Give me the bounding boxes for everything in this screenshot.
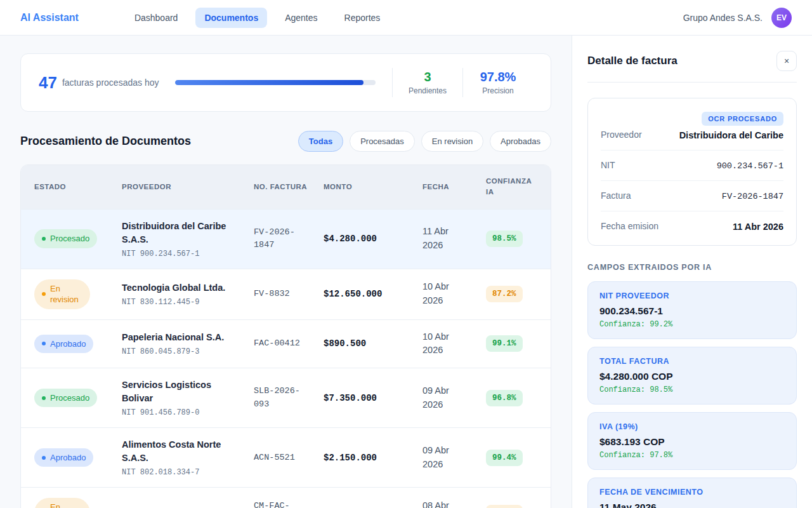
provider-name: Papeleria Nacional S.A. (122, 331, 239, 344)
user-avatar[interactable]: EV (771, 8, 792, 28)
progress-fill (175, 80, 363, 85)
invoice-amount: $12.650.000 (324, 279, 422, 309)
col-estado: ESTADO (34, 171, 122, 203)
summary-row-proveedor: Proveedor OCR PROCESADO Distribuidora de… (601, 102, 783, 150)
field-confidence: Confianza: 99.2% (599, 320, 785, 329)
provider-name: Alimentos Costa Norte S.A.S. (122, 438, 239, 465)
table-row[interactable]: Aprobado Alimentos Costa Norte S.A.S.NIT… (21, 427, 551, 487)
invoice-number: FV-2026-1847 (254, 216, 324, 262)
pending-value: 3 (393, 70, 462, 84)
daily-stats-card: 47 facturas procesadas hoy 3 Pendientes … (20, 53, 551, 112)
main-content: 47 facturas procesadas hoy 3 Pendientes … (0, 36, 572, 508)
summary-value: FV-2026-1847 (722, 192, 783, 201)
extracted-field-nit: NIT PROVEEDOR 900.234.567-1 Confianza: 9… (587, 281, 797, 339)
ocr-status-badge: OCR PROCESADO (702, 112, 783, 126)
pending-label: Pendientes (393, 86, 462, 95)
field-confidence: Confianza: 98.5% (599, 385, 785, 394)
invoice-date: 09 Abr 2026 (422, 434, 486, 482)
invoice-amount: $890.500 (324, 328, 422, 359)
field-label: FECHA DE VENCIMIENTO (599, 488, 785, 497)
invoice-number: FAC-00412 (254, 327, 324, 360)
precision-value: 97.8% (463, 70, 533, 84)
summary-row-factura: Factura FV-2026-1847 (601, 180, 783, 211)
field-label: IVA (19%) (599, 422, 785, 431)
summary-label: Fecha emision (601, 221, 658, 232)
invoice-date: 08 Abr 2026 (422, 489, 486, 508)
status-badge: Procesado (34, 229, 97, 248)
filter-todas[interactable]: Todas (298, 131, 343, 152)
nav-documentos[interactable]: Documentos (195, 8, 267, 28)
confidence-badge: 87.2% (486, 286, 523, 302)
status-badge: Aprobado (34, 335, 93, 354)
company-name: Grupo Andes S.A.S. (683, 13, 763, 23)
table-row[interactable]: En revision Constructora Magna S.A. CM-F… (21, 487, 551, 508)
filter-en-revision[interactable]: En revision (421, 131, 483, 152)
invoice-date: 10 Abr 2026 (422, 270, 486, 318)
extracted-field-vencimiento: FECHA DE VENCIMIENTO 11 May 2026 Confian… (587, 478, 797, 508)
nav-reportes[interactable]: Reportes (336, 8, 390, 28)
confidence-badge: 99.4% (486, 450, 523, 466)
status-dot-icon (42, 237, 46, 241)
field-value: 11 May 2026 (599, 502, 785, 508)
invoice-date: 11 Abr 2026 (422, 215, 486, 263)
invoice-number: FV-8832 (254, 277, 324, 311)
confidence-badge: 99.1% (486, 335, 523, 352)
invoice-date: 09 Abr 2026 (422, 374, 486, 422)
table-row[interactable]: Aprobado Papeleria Nacional S.A.NIT 860.… (21, 319, 551, 368)
confidence-badge: 91.3% (486, 505, 523, 508)
top-bar: AI Assistant Dashboard Documentos Agente… (0, 0, 812, 36)
field-label: TOTAL FACTURA (599, 357, 785, 366)
summary-label: Factura (601, 190, 631, 201)
invoice-amount: $4.280.000 (324, 224, 422, 254)
provider-name: Distribuidora del Caribe S.A.S. (122, 220, 239, 246)
table-row[interactable]: Procesado Servicios Logisticos BolivarNI… (21, 368, 551, 427)
table-header: ESTADO PROVEEDOR NO. FACTURA MONTO FECHA… (21, 165, 551, 209)
extracted-fields-title: CAMPOS EXTRAIDOS POR IA (587, 263, 797, 272)
field-label: NIT PROVEEDOR (599, 291, 785, 300)
summary-row-fecha: Fecha emision 11 Abr 2026 (601, 211, 783, 241)
status-dot-icon (42, 396, 46, 400)
precision-label: Precision (463, 86, 533, 95)
processed-count-label: facturas procesadas hoy (62, 77, 159, 88)
divider (587, 82, 797, 83)
summary-label: NIT (601, 160, 615, 171)
status-dot-icon (42, 292, 46, 296)
progress-bar (175, 80, 376, 85)
close-icon: × (784, 56, 789, 66)
invoice-summary-card: Proveedor OCR PROCESADO Distribuidora de… (587, 98, 797, 246)
summary-value: Distribuidora del Caribe (679, 130, 783, 140)
field-value: $683.193 COP (599, 436, 785, 448)
confidence-badge: 96.8% (486, 390, 523, 406)
invoice-number: CM-FAC-0078 (254, 490, 324, 508)
status-dot-icon (42, 342, 46, 345)
field-confidence: Confianza: 97.8% (599, 451, 785, 460)
summary-value: 900.234.567-1 (717, 161, 783, 171)
table-row[interactable]: Procesado Distribuidora del Caribe S.A.S… (21, 209, 551, 269)
col-monto: MONTO (324, 171, 422, 203)
table-row[interactable]: En revision Tecnologia Global Ltda.NIT 8… (21, 269, 551, 319)
provider-nit: NIT 802.018.334-7 (122, 468, 239, 477)
invoice-amount: $28.400.000 (324, 498, 422, 508)
page-title: Procesamiento de Documentos (20, 135, 191, 148)
close-panel-button[interactable]: × (776, 51, 797, 71)
documents-table: ESTADO PROVEEDOR NO. FACTURA MONTO FECHA… (20, 164, 551, 508)
summary-row-nit: NIT 900.234.567-1 (601, 150, 783, 180)
status-badge: Procesado (34, 389, 97, 408)
provider-nit: NIT 830.112.445-9 (122, 298, 239, 307)
col-confianza: CONFIANZA IA (486, 165, 540, 209)
provider-name: Servicios Logisticos Bolivar (122, 378, 239, 405)
nav-dashboard[interactable]: Dashboard (126, 8, 187, 28)
status-badge: En revision (34, 498, 90, 508)
status-badge: En revision (34, 279, 90, 309)
main-nav: Dashboard Documentos Agentes Reportes (126, 8, 389, 28)
confidence-badge: 98.5% (486, 231, 523, 247)
invoice-amount: $2.150.000 (324, 443, 422, 473)
filter-procesadas[interactable]: Procesadas (350, 131, 415, 152)
nav-agentes[interactable]: Agentes (276, 8, 326, 28)
invoice-amount: $7.350.000 (324, 383, 422, 413)
pending-stat: 3 Pendientes (393, 70, 462, 95)
field-value: 900.234.567-1 (599, 305, 785, 317)
app-logo: AI Assistant (20, 12, 79, 23)
filter-aprobadas[interactable]: Aprobadas (490, 131, 551, 152)
status-dot-icon (42, 456, 46, 460)
